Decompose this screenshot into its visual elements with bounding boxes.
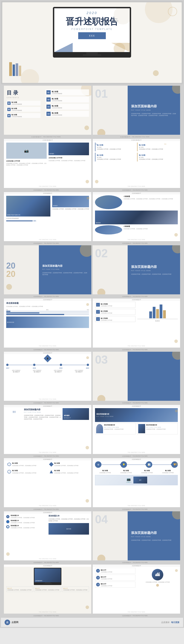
slide-contents: 目 录 CONTENTS ▦ 输入标题 点击此处添加副标题 ▦ 输入标题: [4, 86, 91, 135]
label-row9-1: 点击添加标题文字 THE GREATER TITLE HERE: [2, 508, 90, 510]
slide-photos3col: 点击添加标题文字 小副标题 点击此处输入文字内容，点击此处输入文字内容，点击此处…: [93, 192, 180, 241]
screen-subtitle: POWERPOINT TEMPLATE: [54, 28, 130, 30]
label-row6-1: 点击添加标题文字 THE GREATER TITLE HERE: [2, 349, 90, 350]
svg-text:✓: ✓: [8, 471, 10, 473]
label-row7-2: 点击添加标题文字 THE GREATER TITLE HERE: [91, 402, 179, 404]
tagline-update: 每日更新: [171, 621, 180, 624]
watermark-bar: 众 众图网 品质素材· 每日更新: [1, 618, 183, 627]
label-section01: 点击添加标题文字 THE GREATER TITLE HERE: [91, 136, 179, 138]
slide-text-list: 点击添加标题文字 ⚙ 添加标题文本 点击此处输入文字内容，点击此处输入文字内容 …: [4, 511, 91, 560]
slide-title: 2020 晋升述职报告 POWERPOINT TEMPLATE XXX: [2, 2, 182, 83]
watermark-logo: 众 众图网: [4, 620, 18, 625]
section-02-title: 添加页面标题内容: [131, 265, 177, 269]
slide-final-city: 点击添加标题文字 城市建筑夜景 输出文字 点击此处输入文字内容，点击: [4, 564, 91, 614]
year-2020: 20: [6, 262, 15, 270]
slide-2020-subtitle: PUT YOUR TITLE HERE: [42, 268, 88, 270]
watermark-tagline: 品质素材· 每日更新: [161, 621, 180, 624]
section-04-desc: 点击添加文字内容，点击添加文字内容，点击添加文字内容，点击添加文字内容: [131, 539, 177, 541]
slide-quote: 点击添加标题文字 " 添加页面标题内容 PUT YOUR TITLE HERE …: [4, 405, 91, 454]
slide-photo-stat: 点击添加标题文字 MORE THAN TEMPLATE 点击此处添加副标题 89…: [4, 192, 91, 241]
screen-name: XXX: [89, 34, 95, 37]
label-contents: 点击添加标题文字 THE GREATER TITLE HERE: [2, 136, 90, 138]
label-row4-2: 点击添加标题文字 THE GREATER TITLE HERE: [91, 242, 179, 244]
section-04-title: 添加页面标题内容: [131, 531, 177, 535]
slide-section-01: 01 添加页面标题内容 PUT YOUR TITLE HERE 点击添加文字内容…: [93, 86, 180, 135]
label-row5-1: 点击添加标题文字 THE GREATER TITLE HERE: [2, 296, 90, 297]
watermark-site: 众图网: [11, 621, 18, 624]
slide-2020-title: 添加页面标题内容: [42, 264, 88, 268]
slide-icons-grid: 点击添加标题文字 ☆ 输入标题 点击此处输入文字内容，点击此处输入文字内容: [4, 458, 91, 507]
label-row7-1: 点击添加标题文字 THE GREATER TITLE HERE: [2, 402, 90, 404]
logo-icon: 众: [4, 620, 10, 625]
slide-final-icons: 点击添加标题文字 ① 输出文字 点击此处输入文字内容 ② 输出文字: [93, 564, 180, 614]
contents-sub: CONTENTS: [7, 97, 40, 98]
label-row3-1: 点击添加标题文字 THE GREATER TITLE HERE: [2, 189, 90, 191]
section-01-desc: 点击添加文字内容，点击添加文字内容，点击添加文字内容，点击添加文字内容，点击添加…: [131, 113, 177, 116]
label-row10-1: 点击添加标题文字 THE GREATER TITLE HERE: [2, 562, 90, 563]
svg-text:☆: ☆: [8, 464, 10, 465]
slide-section-04: 04 添加页面标题内容 PUT YOUR TITLE HERE 点击添加文字内容…: [93, 511, 180, 560]
label-row8-1: 点击添加标题文字 THE GREATER TITLE HERE: [2, 455, 90, 457]
slide-timeline: 点击添加标题文字 📱: [4, 352, 91, 401]
label-row6-2: 点击添加标题文字 THE GREATER TITLE HERE: [91, 349, 179, 350]
slide-2020-desc: 点击添加文字内容，点击添加文字内容，点击添加文字内容，点击添加文字内容，点击添加…: [42, 272, 88, 276]
contents-item-1-sub: 点击此处添加副标题: [11, 104, 22, 105]
section-02-desc: 点击添加文字内容，点击添加文字内容，点击添加文字内容，点击添加文字内容: [131, 273, 177, 275]
section-01-title: 添加页面标题内容: [131, 104, 177, 108]
section-02-subtitle: PUT YOUR TITLE HERE: [131, 270, 177, 271]
slide-progress: 点击添加标题文字 单击添加标题 点击此处输入文字内容，点击此处输入文字内容，点击…: [4, 298, 91, 348]
label-row11-1: 点击添加标题文字 THE GREATER TITLE HERE: [2, 615, 90, 616]
contents-item-1-text: 输入标题: [11, 101, 22, 104]
tagline-text: 品质素材·: [161, 621, 170, 624]
label-row10-2: 点击添加标题文字 THE GREATER TITLE HERE: [91, 562, 179, 563]
slide-icons-process: 点击添加标题文字 ⚙ 💡 📊 🏆: [93, 458, 180, 507]
label-row9-2: 点击添加标题文字 THE GREATER TITLE HERE: [91, 508, 179, 510]
page-wrapper: 2020 晋升述职报告 POWERPOINT TEMPLATE XXX: [0, 0, 184, 628]
contents-title: 目 录: [7, 89, 40, 96]
slide-content-4items: 点击添加标题文字 输入标题 输入标题 点击此处输入文字内容，点击此处输入文字内容…: [93, 139, 180, 188]
label-row8-2: 点击添加标题文字 THE GREATER TITLE HERE: [91, 455, 179, 457]
label-row3-2: 点击添加标题文字 THE GREATER TITLE HERE: [91, 189, 179, 191]
slide-3cards: 点击添加标题文字 添加页面标题内容 PUT YOUR TITLE HERE 添加…: [93, 405, 180, 454]
section-num-01: 01: [95, 88, 108, 100]
section-01-subtitle: PUT YOUR TITLE HERE: [131, 110, 177, 111]
slide-section-03: 03: [93, 352, 180, 401]
slide-form: 点击添加标题文字 1 输入页标题 点击此处输入文字内容 2 输入页标题: [93, 298, 180, 348]
slide-2020: 20 20 添加页面标题内容 PUT YOUR TITLE HERE 点击添加文…: [4, 245, 91, 294]
label-row4-1: 点击添加标题文字 THE GREATER TITLE HERE: [2, 242, 90, 244]
label-row11-2: 点击添加标题文字 THE GREATER TITLE HERE: [91, 615, 179, 616]
label-row5-2: 点击添加标题文字 THE GREATER TITLE HERE: [91, 296, 179, 297]
slide-content-text1: 点击添加标题文字 📷 点击此处输入文字内容 点击此处输入文字内容，点击此处输入文…: [4, 139, 91, 188]
slide-section-02: 02 添加页面标题内容 PUT YOUR TITLE HERE 点击添加文字内容…: [93, 245, 180, 294]
section-04-subtitle: PUT YOUR TITLE HERE: [131, 536, 177, 537]
